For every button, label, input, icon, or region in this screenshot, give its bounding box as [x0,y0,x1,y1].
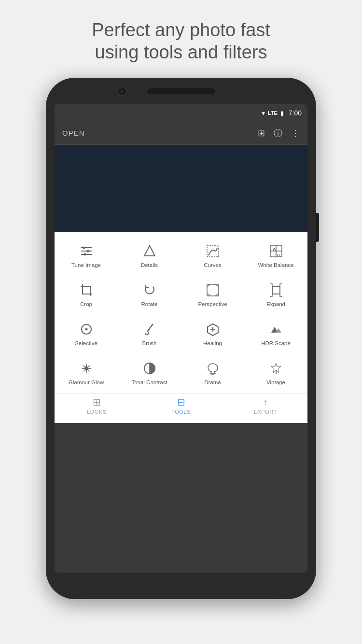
white-balance-label: White Balance [258,262,293,269]
phone-device: ▾ LTE ▮ 7:00 OPEN ⊞ ⓘ ⋮ [46,78,316,599]
tool-tune-image[interactable]: Tune Image [55,237,118,276]
tonal-contrast-label: Tonal Contrast [131,379,167,386]
tune-image-icon [79,243,94,259]
tool-vintage[interactable]: Vintage [244,354,307,393]
healing-label: Healing [203,340,222,347]
status-bar: ▾ LTE ▮ 7:00 [55,104,307,122]
selective-icon [79,322,94,337]
tool-white-balance[interactable]: W B White Balance [244,237,307,276]
nav-export[interactable]: ↑ EXPORT [223,397,307,415]
svg-marker-6 [144,246,155,256]
brush-icon [142,322,157,337]
white-balance-icon: W B [269,243,283,259]
wifi-icon: ▾ [262,109,265,117]
nav-tools[interactable]: ⊟ TOOLS [139,396,223,415]
bottom-nav: ⊞ LOOKS ⊟ TOOLS ↑ EXPORT [55,393,307,418]
tool-glamour-glow[interactable]: Glamour Glow [55,354,118,393]
drama-icon [206,361,220,376]
tool-rotate[interactable]: Rotate [118,276,181,315]
crop-label: Crop [80,301,92,308]
phone-screen: ▾ LTE ▮ 7:00 OPEN ⊞ ⓘ ⋮ [55,104,307,573]
looks-label: LOOKS [87,409,106,415]
rotate-label: Rotate [141,301,158,308]
expand-icon [269,282,283,298]
tonal-contrast-icon [142,361,157,376]
tool-details[interactable]: Details [118,237,181,276]
details-label: Details [141,262,158,269]
battery-icon: ▮ [280,110,284,117]
looks-icon: ⊞ [93,396,101,408]
brush-label: Brush [142,340,156,347]
top-bar-icons: ⊞ ⓘ ⋮ [258,127,300,139]
svg-point-5 [84,253,86,256]
tool-perspective[interactable]: Perspective [181,276,244,315]
lte-icon: LTE [268,110,278,116]
photo-preview [55,145,307,232]
hdr-scape-label: HDR Scape [261,340,291,347]
svg-line-17 [147,324,153,332]
vintage-label: Vintage [266,379,285,386]
svg-point-4 [86,250,89,252]
selective-label: Selective [75,340,97,347]
crop-icon [79,282,94,298]
info-icon[interactable]: ⓘ [274,127,282,139]
details-icon [142,243,157,259]
svg-rect-14 [272,286,280,294]
nav-looks[interactable]: ⊞ LOOKS [55,396,139,415]
svg-text:B: B [277,253,280,257]
hdr-scape-icon [269,322,283,337]
curves-icon [206,243,220,259]
drama-label: Drama [204,379,221,386]
tool-hdr-scape[interactable]: HDR Scape [244,315,307,354]
healing-icon [206,322,220,337]
tool-drama[interactable]: Drama [181,354,244,393]
glamour-glow-label: Glamour Glow [69,379,104,386]
tool-healing[interactable]: Healing [181,315,244,354]
export-icon: ↑ [263,397,268,408]
expand-label: Expand [266,301,285,308]
svg-point-3 [83,247,85,249]
curves-label: Curves [204,262,221,269]
tools-grid: Tune Image Details [55,237,307,393]
tune-image-label: Tune Image [71,262,101,269]
phone-body: ▾ LTE ▮ 7:00 OPEN ⊞ ⓘ ⋮ [46,78,316,599]
svg-rect-13 [207,284,219,296]
tools-label: TOOLS [171,409,191,415]
side-button [316,213,319,242]
tool-tonal-contrast[interactable]: Tonal Contrast [118,354,181,393]
tools-panel: Tune Image Details [55,232,307,423]
phone-camera [117,86,127,96]
tool-selective[interactable]: Selective [55,315,118,354]
top-bar: OPEN ⊞ ⓘ ⋮ [55,122,307,145]
more-icon[interactable]: ⋮ [291,128,300,139]
perspective-icon [206,282,220,298]
glamour-glow-icon [79,361,94,376]
layers-icon[interactable]: ⊞ [258,128,265,139]
perspective-label: Perspective [198,301,227,308]
tool-expand[interactable]: Expand [244,276,307,315]
headline: Perfect any photo fast using tools and f… [63,0,299,78]
tool-crop[interactable]: Crop [55,276,118,315]
vintage-icon [269,361,283,376]
rotate-icon [142,282,157,298]
tools-icon: ⊟ [177,396,185,408]
time-display: 7:00 [289,109,302,117]
phone-speaker [147,88,215,94]
open-button[interactable]: OPEN [62,129,85,137]
export-label: EXPORT [254,409,277,415]
svg-marker-23 [81,363,92,374]
tool-brush[interactable]: Brush [118,315,181,354]
svg-point-16 [85,328,87,331]
tool-curves[interactable]: Curves [181,237,244,276]
